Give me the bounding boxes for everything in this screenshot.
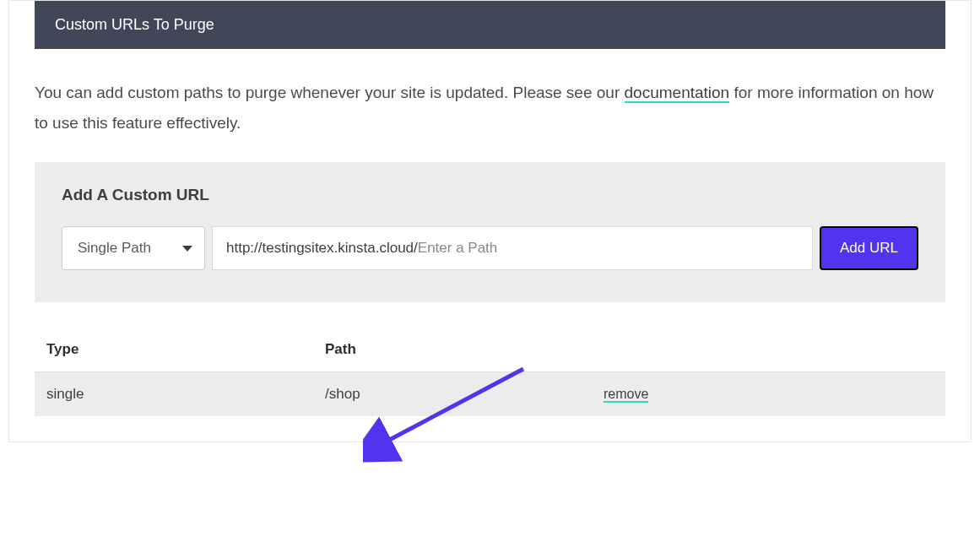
table-row: single /shop remove <box>35 372 945 416</box>
url-table: Type Path single /shop remove <box>35 328 945 416</box>
section-description: You can add custom paths to purge whenev… <box>9 49 971 138</box>
add-url-title: Add A Custom URL <box>62 186 918 204</box>
cell-path: /shop <box>325 386 604 403</box>
url-input-wrap[interactable]: http://testingsitex.kinsta.cloud/ <box>212 226 813 270</box>
remove-link[interactable]: remove <box>604 387 648 403</box>
path-type-selected-label: Single Path <box>78 240 151 257</box>
url-path-input[interactable] <box>418 240 799 257</box>
table-header-path: Path <box>325 341 604 358</box>
cell-type: single <box>46 386 325 403</box>
url-prefix-label: http://testingsitex.kinsta.cloud/ <box>226 240 418 257</box>
add-url-panel: Add A Custom URL Single Path http://test… <box>35 162 945 302</box>
chevron-down-icon <box>182 246 192 252</box>
table-header-type: Type <box>46 341 325 358</box>
add-url-button[interactable]: Add URL <box>820 226 918 270</box>
path-type-select[interactable]: Single Path <box>62 226 205 270</box>
table-header-row: Type Path <box>35 328 945 372</box>
section-header: Custom URLs To Purge <box>35 1 945 49</box>
description-text-prefix: You can add custom paths to purge whenev… <box>35 84 625 101</box>
documentation-link[interactable]: documentation <box>625 84 730 103</box>
